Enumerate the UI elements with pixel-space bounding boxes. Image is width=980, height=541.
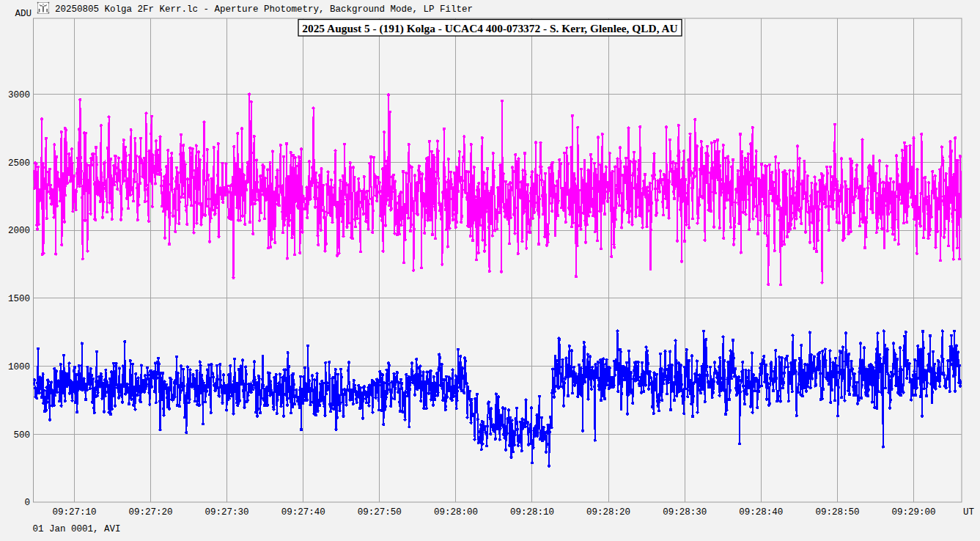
svg-text:09:27:20: 09:27:20 — [128, 507, 172, 518]
svg-text:2500: 2500 — [8, 158, 30, 169]
svg-text:2000: 2000 — [8, 226, 30, 236]
svg-text:3000: 3000 — [8, 90, 30, 100]
svg-text:ADU: ADU — [15, 9, 32, 19]
svg-text:09:28:20: 09:28:20 — [586, 507, 630, 518]
svg-text:UT: UT — [963, 507, 975, 518]
svg-text:0: 0 — [24, 498, 30, 508]
svg-text:1000: 1000 — [8, 362, 30, 372]
svg-text:500: 500 — [13, 430, 30, 441]
svg-text:1500: 1500 — [8, 294, 30, 304]
svg-text:09:29:00: 09:29:00 — [891, 507, 935, 518]
svg-text:01 Jan 0001, AVI: 01 Jan 0001, AVI — [33, 524, 121, 534]
svg-text:09:28:50: 09:28:50 — [815, 507, 859, 518]
svg-text:09:27:10: 09:27:10 — [52, 507, 96, 518]
svg-text:09:27:50: 09:27:50 — [358, 507, 402, 518]
svg-text:09:28:00: 09:28:00 — [434, 507, 478, 518]
svg-text:2025 August 5 - (191) Kolga -: 2025 August 5 - (191) Kolga - UCAC4 400-… — [302, 22, 677, 35]
svg-text:09:28:40: 09:28:40 — [739, 507, 783, 518]
svg-text:09:28:10: 09:28:10 — [510, 507, 554, 518]
svg-text:20250805 Kolga 2Fr Kerr.lc - A: 20250805 Kolga 2Fr Kerr.lc - Aperture Ph… — [55, 4, 473, 15]
svg-text:09:27:40: 09:27:40 — [281, 507, 325, 518]
svg-text:09:28:30: 09:28:30 — [663, 507, 707, 518]
svg-text:09:27:30: 09:27:30 — [205, 507, 249, 518]
